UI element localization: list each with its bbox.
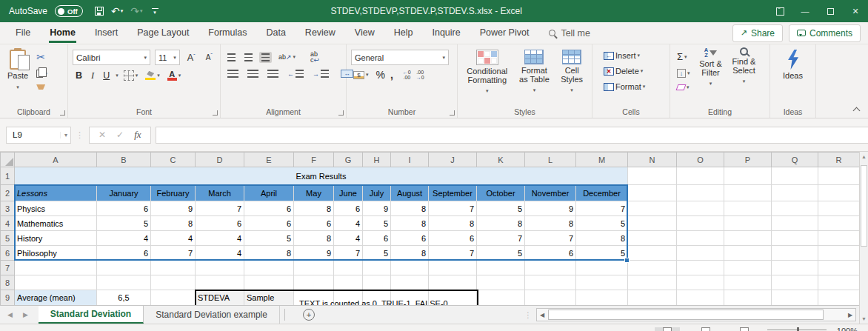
cell-E2[interactable]: April <box>244 185 294 201</box>
cell-I5[interactable]: 6 <box>391 231 429 246</box>
cut-button[interactable]: ✂ <box>34 50 50 64</box>
cell-M7[interactable] <box>576 261 628 275</box>
cell-A5[interactable]: History <box>15 231 97 246</box>
cell-M8[interactable] <box>576 275 628 290</box>
column-header-D[interactable]: D <box>196 153 244 167</box>
column-header-N[interactable]: N <box>628 153 677 167</box>
cancel-icon[interactable]: ✕ <box>99 130 106 140</box>
column-header-P[interactable]: P <box>724 153 772 167</box>
cell-O8[interactable] <box>677 275 724 290</box>
cell-F6[interactable]: 9 <box>294 246 334 261</box>
find-select-button[interactable]: Find & Select▾ <box>728 47 761 86</box>
cell-H8[interactable] <box>363 275 391 290</box>
cell-L8[interactable] <box>525 275 576 290</box>
sheet-nav-left-icon[interactable]: ◀ <box>7 311 13 318</box>
align-left-button[interactable] <box>225 68 241 79</box>
cell-R3[interactable] <box>818 201 860 216</box>
cell-C2[interactable]: February <box>151 185 196 201</box>
vertical-scroll-thumb[interactable] <box>861 165 867 247</box>
wrap-text-button[interactable]: abc↩ <box>308 50 321 64</box>
underline-button[interactable]: U <box>100 70 113 81</box>
cell-C8[interactable] <box>151 275 196 290</box>
cell-N8[interactable] <box>628 275 677 290</box>
cell-K2[interactable]: October <box>477 185 525 201</box>
cell-G7[interactable] <box>334 261 363 275</box>
scroll-left-icon[interactable]: ◀ <box>537 312 547 318</box>
cell-D4[interactable]: 6 <box>196 216 244 231</box>
cell-C7[interactable] <box>151 261 196 275</box>
tab-page-layout[interactable]: Page Layout <box>127 22 198 44</box>
cell-J6[interactable]: 7 <box>429 246 477 261</box>
formula-input[interactable] <box>156 127 868 144</box>
scroll-up-icon[interactable]: ▲ <box>861 154 867 159</box>
customize-quick-access-toolbar-icon[interactable]: ▾ <box>152 8 158 14</box>
cell-J5[interactable]: 6 <box>429 231 477 246</box>
cell-G9[interactable] <box>334 290 363 306</box>
cell-O4[interactable] <box>677 216 724 231</box>
cell-G5[interactable]: 4 <box>334 231 363 246</box>
cell-R7[interactable] <box>818 261 860 275</box>
cell-A6[interactable]: Philosophy <box>15 246 97 261</box>
font-dialog-launcher-icon[interactable] <box>213 110 218 116</box>
number-dialog-launcher-icon[interactable] <box>450 110 455 116</box>
row-header-9[interactable]: 9 <box>1 290 15 306</box>
cell-title-exam-results[interactable]: Exam Results <box>15 167 628 185</box>
cell-B8[interactable] <box>97 275 151 290</box>
cell-J8[interactable] <box>429 275 477 290</box>
cell-E4[interactable]: 6 <box>244 216 294 231</box>
cell-K3[interactable]: 5 <box>477 201 525 216</box>
cell-O3[interactable] <box>677 201 724 216</box>
comma-style-button[interactable]: , <box>390 69 393 81</box>
tab-data[interactable]: Data <box>256 22 295 44</box>
horizontal-scrollbar[interactable]: ◀ ▶ <box>536 308 856 321</box>
cell-H4[interactable]: 5 <box>363 216 391 231</box>
scroll-right-icon[interactable]: ▶ <box>845 312 855 318</box>
sort-filter-button[interactable]: AZ Sort & Filter▾ <box>694 47 728 88</box>
ribbon-display-options-icon[interactable] <box>767 0 792 22</box>
cell-H5[interactable]: 6 <box>363 231 391 246</box>
cell-M4[interactable]: 5 <box>576 216 628 231</box>
clear-button[interactable]: ▾ <box>675 83 692 92</box>
cell-H7[interactable] <box>363 261 391 275</box>
cell-F7[interactable] <box>294 261 334 275</box>
insert-cells-button[interactable]: ←Insert▾ <box>601 50 647 61</box>
page-break-view-button[interactable] <box>732 327 757 331</box>
cell-L9[interactable] <box>525 290 576 306</box>
vertical-scrollbar[interactable]: ▲ ▼ <box>859 152 868 324</box>
cell-Q4[interactable] <box>772 216 818 231</box>
cell-B7[interactable] <box>97 261 151 275</box>
cell-D6[interactable]: 4 <box>196 246 244 261</box>
cell-B3[interactable]: 6 <box>97 201 151 216</box>
cell-R2[interactable] <box>818 185 860 201</box>
cell-C9[interactable] <box>151 290 196 306</box>
cell-styles-button[interactable]: Cell Styles▾ <box>555 47 589 97</box>
cell-K7[interactable] <box>477 261 525 275</box>
tab-review[interactable]: Review <box>296 22 345 44</box>
cell-M2[interactable]: December <box>576 185 628 201</box>
column-header-J[interactable]: J <box>429 153 477 167</box>
column-header-I[interactable]: I <box>391 153 429 167</box>
tab-view[interactable]: View <box>345 22 384 44</box>
tab-home[interactable]: Home <box>40 22 85 44</box>
tab-power-pivot[interactable]: Power Pivot <box>470 22 539 44</box>
delete-cells-button[interactable]: ✕Delete▾ <box>601 65 647 77</box>
cell-I8[interactable] <box>391 275 429 290</box>
cell-Q5[interactable] <box>772 231 818 246</box>
cell-D7[interactable] <box>196 261 244 275</box>
select-all-corner[interactable] <box>1 153 15 167</box>
increase-indent-button[interactable]: → <box>310 68 331 79</box>
column-header-H[interactable]: H <box>363 153 391 167</box>
cell-Q1[interactable] <box>772 167 818 185</box>
cell-O1[interactable] <box>677 167 724 185</box>
cell-L7[interactable] <box>525 261 576 275</box>
number-format-select[interactable]: General▾ <box>351 50 449 65</box>
cell-N3[interactable] <box>628 201 677 216</box>
cell-B4[interactable]: 5 <box>97 216 151 231</box>
cell-F9[interactable] <box>294 290 334 306</box>
sheet-nav-right-icon[interactable]: ▶ <box>23 311 28 318</box>
tell-me-search[interactable]: Tell me <box>549 22 590 44</box>
cell-J7[interactable] <box>429 261 477 275</box>
column-header-E[interactable]: E <box>244 153 294 167</box>
conditional-formatting-button[interactable]: Conditional Formatting▾ <box>461 47 514 98</box>
font-size-select[interactable]: 11▾ <box>155 50 180 65</box>
